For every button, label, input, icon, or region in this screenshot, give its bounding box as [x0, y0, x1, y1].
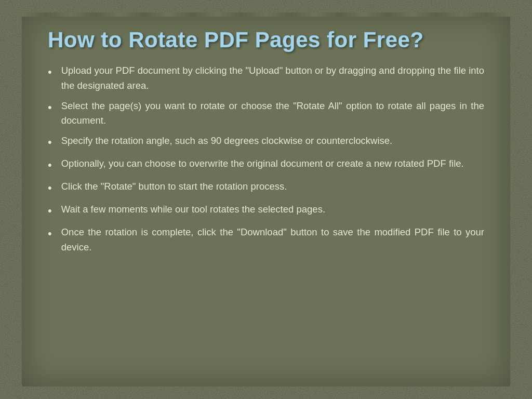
bullet-dot-icon: •	[48, 99, 52, 116]
bullet-item-2: •Select the page(s) you want to rotate o…	[48, 99, 484, 128]
bullet-dot-icon: •	[48, 202, 52, 220]
bullet-text-5: Click the "Rotate" button to start the r…	[61, 179, 484, 194]
bullet-list: •Upload your PDF document by clicking th…	[48, 63, 484, 255]
bullet-item-5: •Click the "Rotate" button to start the …	[48, 179, 484, 197]
bullet-dot-icon: •	[48, 156, 52, 174]
bullet-text-7: Once the rotation is complete, click the…	[61, 225, 484, 255]
bullet-text-1: Upload your PDF document by clicking the…	[61, 63, 484, 93]
bullet-item-4: •Optionally, you can choose to overwrite…	[48, 156, 484, 174]
bullet-text-2: Select the page(s) you want to rotate or…	[61, 99, 484, 128]
bullet-item-3: •Specify the rotation angle, such as 90 …	[48, 134, 484, 151]
bullet-item-7: •Once the rotation is complete, click th…	[48, 225, 484, 255]
slide-title: How to Rotate PDF Pages for Free?	[48, 28, 484, 52]
bullet-item-6: •Wait a few moments while our tool rotat…	[48, 202, 484, 220]
bullet-dot-icon: •	[48, 63, 52, 81]
bullet-item-1: •Upload your PDF document by clicking th…	[48, 63, 484, 93]
bullet-text-3: Specify the rotation angle, such as 90 d…	[61, 134, 484, 149]
bullet-dot-icon: •	[48, 225, 52, 243]
slide-inner: How to Rotate PDF Pages for Free? •Uploa…	[22, 12, 510, 387]
bullet-text-4: Optionally, you can choose to overwrite …	[61, 156, 484, 171]
bullet-dot-icon: •	[48, 179, 52, 197]
bullet-dot-icon: •	[48, 134, 52, 151]
bullet-text-6: Wait a few moments while our tool rotate…	[61, 202, 484, 217]
slide-container: How to Rotate PDF Pages for Free? •Uploa…	[0, 0, 532, 399]
